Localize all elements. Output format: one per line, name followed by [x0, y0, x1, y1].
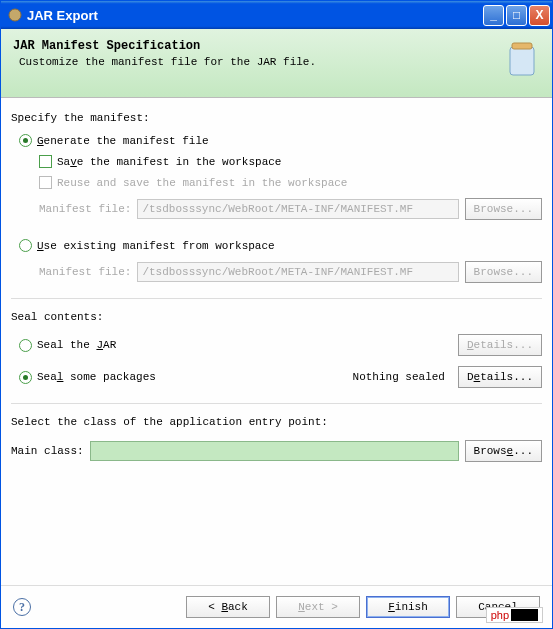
- minimize-button[interactable]: _: [483, 5, 504, 26]
- browse-button-1: Browse...: [465, 198, 542, 220]
- finish-button[interactable]: Finish: [366, 596, 450, 618]
- main-class-browse-button[interactable]: Browse...: [465, 440, 542, 462]
- divider: [11, 403, 542, 404]
- jar-export-dialog: JAR Export _ □ X JAR Manifest Specificat…: [0, 0, 553, 629]
- seal-some-label: Seal some packages: [37, 371, 156, 383]
- seal-status-text: Nothing sealed: [353, 371, 445, 383]
- reuse-manifest-label: Reuse and save the manifest in the works…: [57, 177, 347, 189]
- generate-manifest-option[interactable]: Generate the manifest file: [11, 132, 542, 149]
- use-existing-label: Use existing manifest from workspace: [37, 240, 275, 252]
- divider: [11, 298, 542, 299]
- seal-jar-details-button: Details...: [458, 334, 542, 356]
- spacer: [11, 470, 542, 575]
- browse-button-2: Browse...: [465, 261, 542, 283]
- watermark: phpxx: [486, 607, 543, 623]
- manifest-section-label: Specify the manifest:: [11, 112, 542, 124]
- reuse-manifest-option: Reuse and save the manifest in the works…: [11, 174, 542, 191]
- header-title: JAR Manifest Specification: [13, 39, 504, 53]
- dialog-header: JAR Manifest Specification Customize the…: [1, 29, 552, 98]
- seal-section-label: Seal contents:: [11, 311, 542, 323]
- manifest-file-input-2: [137, 262, 458, 282]
- save-manifest-option[interactable]: Save the manifest in the workspace: [11, 153, 542, 170]
- radio-icon: [19, 339, 32, 352]
- close-button[interactable]: X: [529, 5, 550, 26]
- radio-icon: [19, 239, 32, 252]
- svg-rect-2: [512, 43, 532, 49]
- manifest-file-row-2: Manifest file: Browse...: [11, 258, 542, 286]
- help-icon[interactable]: ?: [13, 598, 31, 616]
- svg-rect-1: [510, 47, 534, 75]
- seal-some-details-button[interactable]: Details...: [458, 366, 542, 388]
- dialog-footer: ? < Back Next > Finish Cancel: [1, 585, 552, 628]
- checkbox-icon: [39, 176, 52, 189]
- main-class-row: Main class: Browse...: [11, 436, 542, 466]
- seal-jar-option[interactable]: Seal the JAR Details...: [11, 331, 542, 359]
- radio-icon: [19, 371, 32, 384]
- checkbox-icon: [39, 155, 52, 168]
- seal-some-option[interactable]: Seal some packages Nothing sealed Detail…: [11, 363, 542, 391]
- jar-icon: [7, 7, 23, 23]
- manifest-file-label-1: Manifest file:: [39, 203, 131, 215]
- jar-banner-icon: [504, 39, 540, 79]
- generate-manifest-label: Generate the manifest file: [37, 135, 209, 147]
- titlebar[interactable]: JAR Export _ □ X: [1, 1, 552, 29]
- maximize-button[interactable]: □: [506, 5, 527, 26]
- back-button[interactable]: < Back: [186, 596, 270, 618]
- mainclass-section-label: Select the class of the application entr…: [11, 416, 542, 428]
- svg-point-0: [9, 9, 21, 21]
- use-existing-manifest-option[interactable]: Use existing manifest from workspace: [11, 237, 542, 254]
- manifest-file-row-1: Manifest file: Browse...: [11, 195, 542, 223]
- window-title: JAR Export: [27, 8, 483, 23]
- manifest-file-input-1: [137, 199, 458, 219]
- dialog-content: Specify the manifest: Generate the manif…: [1, 98, 552, 585]
- next-button: Next >: [276, 596, 360, 618]
- main-class-input[interactable]: [90, 441, 459, 461]
- save-manifest-label: Save the manifest in the workspace: [57, 156, 281, 168]
- header-subtitle: Customize the manifest file for the JAR …: [19, 56, 504, 68]
- manifest-file-label-2: Manifest file:: [39, 266, 131, 278]
- seal-jar-label: Seal the JAR: [37, 339, 116, 351]
- radio-icon: [19, 134, 32, 147]
- main-class-label: Main class:: [11, 445, 84, 457]
